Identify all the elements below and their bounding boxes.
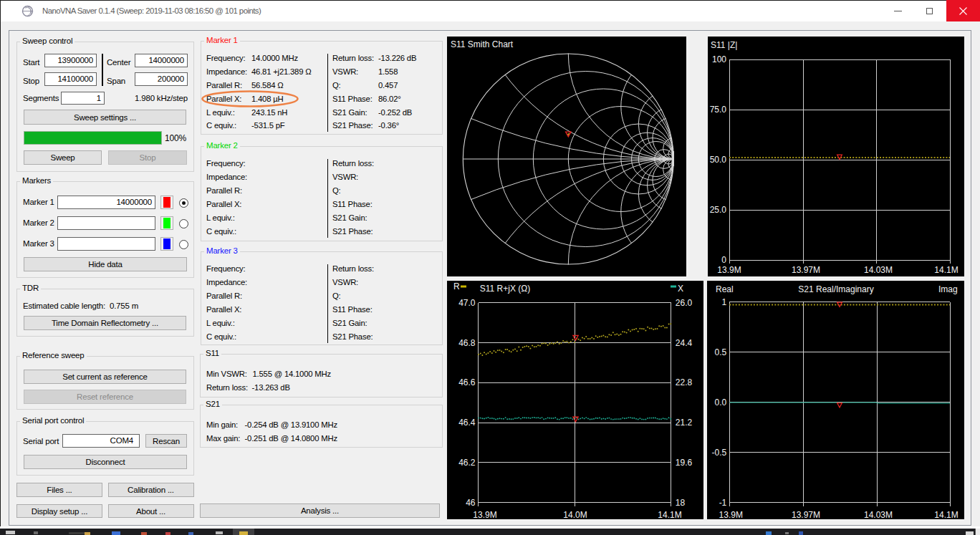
- svg-text:X: X: [678, 284, 683, 294]
- svg-text:S11 R+jX (Ω): S11 R+jX (Ω): [480, 284, 530, 294]
- svg-text:50.0: 50.0: [710, 155, 727, 165]
- svg-text:21.2: 21.2: [676, 418, 693, 428]
- svg-text:S11 |Z|: S11 |Z|: [711, 40, 737, 50]
- svg-text:13.97M: 13.97M: [792, 265, 820, 275]
- svg-text:13.9M: 13.9M: [473, 510, 496, 520]
- svg-text:14.03M: 14.03M: [864, 265, 893, 275]
- svg-text:75.0: 75.0: [710, 105, 727, 115]
- svg-text:0.5: 0.5: [715, 347, 727, 357]
- svg-text:14.1M: 14.1M: [658, 510, 681, 520]
- svg-text:19.6: 19.6: [676, 458, 693, 468]
- svg-text:13.9M: 13.9M: [719, 510, 743, 520]
- svg-text:46.2: 46.2: [458, 458, 476, 468]
- svg-text:1: 1: [722, 297, 727, 307]
- svg-text:0.0: 0.0: [715, 397, 727, 408]
- svg-text:14.0M: 14.0M: [563, 510, 587, 520]
- svg-text:Imag: Imag: [938, 284, 958, 294]
- svg-text:13.9M: 13.9M: [717, 265, 741, 275]
- svg-text:25.0: 25.0: [710, 205, 727, 215]
- svg-text:13.97M: 13.97M: [792, 510, 820, 520]
- svg-text:S21 Real/Imaginary: S21 Real/Imaginary: [798, 284, 873, 294]
- svg-text:22.8: 22.8: [676, 377, 693, 387]
- svg-text:14.1M: 14.1M: [934, 265, 958, 275]
- svg-text:R: R: [453, 281, 460, 291]
- svg-text:24.4: 24.4: [676, 338, 693, 348]
- svg-text:S11 Smith Chart: S11 Smith Chart: [451, 39, 514, 49]
- svg-text:0: 0: [721, 255, 726, 265]
- svg-text:47.0: 47.0: [458, 298, 476, 308]
- svg-text:46.8: 46.8: [458, 338, 476, 348]
- svg-text:14.1M: 14.1M: [934, 510, 958, 520]
- svg-text:14.03M: 14.03M: [864, 510, 893, 520]
- svg-text:46.4: 46.4: [458, 418, 476, 428]
- svg-text:100: 100: [712, 54, 726, 64]
- svg-text:-1: -1: [719, 498, 727, 508]
- svg-text:46.6: 46.6: [458, 377, 476, 387]
- svg-text:26.0: 26.0: [676, 298, 693, 308]
- svg-text:-0.5: -0.5: [712, 448, 727, 458]
- svg-text:Real: Real: [716, 284, 734, 294]
- svg-text:46: 46: [466, 498, 476, 508]
- svg-text:18: 18: [676, 498, 686, 508]
